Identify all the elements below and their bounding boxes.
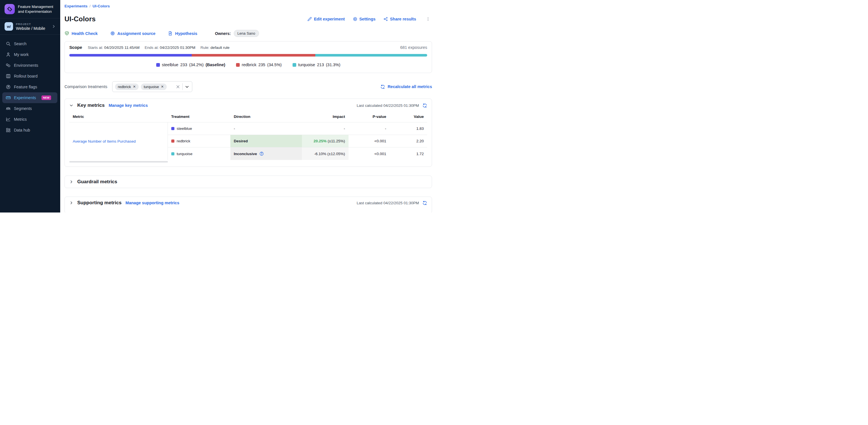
sidebar-item-label: Feature flags	[14, 85, 37, 89]
comparison-row: Comparison treatments redbrick ✕ turquoi…	[64, 81, 432, 92]
col-value: Value	[390, 111, 427, 122]
share-icon	[383, 17, 388, 21]
sidebar-item-search[interactable]: Search	[2, 38, 57, 49]
sidebar-item-label: Environments	[14, 63, 38, 68]
breadcrumb-current[interactable]: UI-Colors	[93, 4, 110, 8]
col-direction: Direction	[230, 111, 302, 122]
scope-ends: Ends at: 04/22/2025 01:30PM	[145, 45, 195, 50]
sidebar-item-label: Metrics	[14, 117, 27, 122]
scope-starts: Starts at: 04/20/2025 11:45AM	[88, 45, 140, 50]
value-cell: 2.20	[390, 135, 427, 147]
key-metrics-table: Metric Treatment Direction Impact P-valu…	[69, 111, 427, 160]
app-title: Feature Management and Experimentation	[18, 4, 56, 14]
selected-treatment-turquoise: turquoise ✕	[141, 84, 167, 90]
person-icon	[6, 52, 11, 57]
sidebar-item-rollout-board[interactable]: Rollout board	[2, 71, 57, 82]
treatment-swatch	[171, 152, 175, 155]
document-icon	[168, 31, 173, 36]
sidebar-item-feature-flags[interactable]: Feature flags	[2, 82, 57, 92]
data-hub-icon	[6, 127, 11, 133]
sidebar-item-data-hub[interactable]: Data hub	[2, 125, 57, 135]
breadcrumb-separator: /	[90, 4, 91, 8]
treatment-cell: turquoise	[171, 152, 227, 156]
hexagons-icon	[6, 63, 11, 68]
sidebar: Feature Management and Experimentation w…	[0, 0, 60, 212]
kebab-menu-icon	[426, 17, 430, 21]
sidebar-item-my-work[interactable]: My work	[2, 49, 57, 60]
line-chart-icon	[6, 117, 11, 122]
sidebar-item-experiments[interactable]: Experiments NEW	[2, 92, 57, 103]
search-icon	[6, 41, 11, 46]
metric-name-link[interactable]: Average Number of Items Purchased	[73, 139, 136, 144]
clear-selection-icon[interactable]	[176, 85, 180, 89]
settings-button[interactable]: Settings	[353, 17, 375, 21]
expand-guardrail-metrics-icon[interactable]	[69, 180, 73, 184]
treatments-multiselect[interactable]: redbrick ✕ turquoise ✕	[112, 81, 192, 92]
bar-segment-turquoise	[315, 54, 427, 57]
sidebar-item-label: Segments	[14, 106, 32, 111]
manage-supporting-metrics-link[interactable]: Manage supporting metrics	[126, 201, 179, 205]
remove-redbrick-icon[interactable]: ✕	[133, 85, 136, 89]
guardrail-metrics-title: Guardrail metrics	[77, 179, 117, 185]
sidebar-item-environments[interactable]: Environments	[2, 60, 57, 71]
treatment-swatch	[171, 127, 175, 130]
exposures-count: 681 exposures	[400, 45, 427, 50]
project-name: Website / Mobile	[16, 26, 45, 31]
scope-rule: Rule: default rule	[200, 45, 229, 50]
remove-turquoise-icon[interactable]: ✕	[161, 85, 164, 89]
pencil-icon	[307, 17, 312, 21]
app-logo	[4, 4, 15, 14]
question-circle-icon[interactable]	[259, 151, 264, 156]
manage-key-metrics-link[interactable]: Manage key metrics	[108, 103, 148, 108]
table-horizontal-scrollbar[interactable]	[69, 161, 168, 162]
bar-segment-redbrick	[192, 54, 315, 57]
guardrail-metrics-panel: Guardrail metrics	[64, 176, 432, 188]
collapse-key-metrics-icon[interactable]	[69, 103, 73, 108]
owner-chip[interactable]: Lena Sano	[234, 30, 259, 37]
heart-check-icon	[64, 31, 69, 36]
project-switcher[interactable]: w/ PROJECT Website / Mobile	[0, 19, 60, 35]
impact-cell: -6.10% (±12.05%)	[302, 147, 348, 160]
refresh-key-metrics-icon[interactable]	[422, 103, 427, 108]
p-value-cell: <0.001	[348, 135, 390, 147]
col-impact: Impact	[302, 111, 348, 122]
owners-label: Owners:	[215, 31, 231, 36]
bar-segment-steelblue	[69, 54, 192, 57]
breadcrumb-experiments[interactable]: Experiments	[64, 4, 88, 8]
treatment-distribution-bar	[69, 54, 427, 57]
share-results-button[interactable]: Share results	[383, 17, 416, 21]
people-group-icon	[6, 106, 11, 111]
sidebar-item-label: Search	[14, 41, 26, 46]
assignment-source-link[interactable]: Assignment source	[110, 31, 156, 36]
edit-experiment-button[interactable]: Edit experiment	[307, 17, 345, 21]
comparison-label: Comparison treatments	[64, 84, 107, 89]
header-actions: Edit experiment Settings Share results	[307, 16, 432, 22]
expand-supporting-metrics-icon[interactable]	[69, 201, 73, 205]
sidebar-item-metrics[interactable]: Metrics	[2, 114, 57, 125]
key-metrics-panel: Key metrics Manage key metrics Last calc…	[64, 98, 432, 167]
legend-item-redbrick: redbrick 235 (34.5%)	[236, 62, 282, 67]
value-cell: 1.72	[390, 147, 427, 160]
treatment-swatch	[171, 140, 175, 143]
health-check-link[interactable]: Health Check	[64, 31, 98, 36]
sidebar-nav: Search My work Environments Rollout boar…	[0, 35, 60, 135]
recalculate-all-metrics-button[interactable]: Recalculate all metrics	[380, 84, 432, 89]
sidebar-item-label: Data hub	[14, 128, 30, 132]
supporting-last-calculated: Last calculated 04/22/2025 01:30PM	[357, 201, 419, 205]
table-row: Average Number of Items Purchased steelb…	[69, 122, 427, 135]
supporting-metrics-panel: Supporting metrics Manage supporting met…	[64, 196, 432, 212]
project-avatar: w/	[4, 22, 13, 31]
more-options-button[interactable]	[424, 16, 432, 22]
impact-cell: -	[302, 122, 348, 135]
experiment-meta-row: Health Check Assignment source Hypothesi…	[64, 30, 432, 37]
sidebar-item-segments[interactable]: Segments	[2, 103, 57, 114]
target-icon	[110, 31, 115, 36]
sidebar-item-label: Experiments	[14, 95, 36, 100]
legend-item-steelblue: steelblue 233 (34.2%) (Baseline)	[156, 62, 225, 67]
selected-treatment-redbrick: redbrick ✕	[115, 84, 138, 90]
scope-panel: Scope Starts at: 04/20/2025 11:45AM Ends…	[64, 41, 432, 73]
refresh-supporting-metrics-icon[interactable]	[422, 201, 427, 205]
flag-circle-icon	[6, 84, 11, 90]
chevron-down-icon[interactable]	[185, 85, 189, 89]
hypothesis-link[interactable]: Hypothesis	[168, 31, 197, 36]
